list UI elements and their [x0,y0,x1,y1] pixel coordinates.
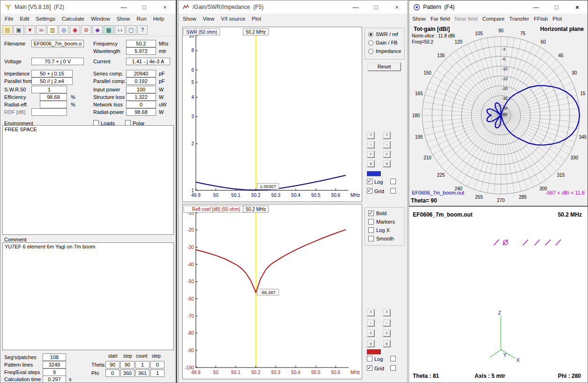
menu-compare[interactable]: Compare [480,16,507,22]
refl-chart-panel[interactable]: -10-20-30-40-50-60-70-80-90-10049.95050.… [182,204,362,379]
menu-near-field[interactable]: Near field [452,16,480,22]
refl-scale-plus-button[interactable]: + [367,330,375,337]
main-close-button[interactable]: × [155,0,175,14]
menu-vi-source[interactable]: V/I source [218,16,249,22]
refl-log-aux-checkbox[interactable] [390,356,396,361]
menu-run[interactable]: Run [134,16,150,22]
swr-scale-down-button[interactable]: v [367,160,375,167]
main-maximize-button[interactable]: □ [134,0,155,14]
main-minimize-button[interactable]: — [113,0,134,14]
menu-plot[interactable]: Plot [248,16,264,22]
main-app-icon[interactable] [4,3,12,11]
smith-chart-icon[interactable]: ◉ [70,25,80,35]
menu-settings[interactable]: Settings [32,16,59,22]
help-icon[interactable]: ? [137,25,148,35]
refl-chart[interactable]: -10-20-30-40-50-60-70-80-90-10049.95050.… [183,204,362,379]
menu-calculate[interactable]: Calculate [59,16,88,22]
environment-text[interactable]: FREE SPACE [2,125,174,235]
refl-scale-minus-button[interactable]: - [383,319,391,327]
menu-view[interactable]: View [200,16,218,22]
gain-app-icon[interactable] [182,3,190,11]
menu-file[interactable]: File [1,16,17,22]
menu-plot-pattern[interactable]: Plot [550,16,564,22]
swr-log-checkbox[interactable] [367,179,372,184]
phi-start-input[interactable]: 0 [105,369,119,377]
refl-scale-down-button[interactable]: v [383,340,391,347]
phi-count-input[interactable]: 361 [135,369,149,377]
swr-chart-panel[interactable]: 10865432149.95050.150.250.350.450.550.6M… [182,27,362,202]
frequency-input[interactable]: 50.2 [126,40,156,47]
theta-start-input[interactable]: 90 [105,361,119,368]
swr-log-label: Log [374,179,383,185]
menu-transfer[interactable]: Transfer [507,16,531,22]
menu-edit[interactable]: Edit [17,16,33,22]
refl-log-checkbox[interactable] [367,356,372,361]
refl-scale-up-button[interactable]: ^ [383,309,391,316]
menu-show-gain[interactable]: Show [179,16,200,22]
swr-scale-up-button[interactable]: ^ [367,132,375,139]
pattern-icon[interactable]: ◎ [59,25,69,35]
stop-icon[interactable]: ⊘ [81,25,91,35]
refl-scale-minus-button[interactable]: - [367,319,375,327]
refl-grid-aux-checkbox[interactable] [390,365,396,371]
comment-text[interactable]: YU7EF 6 element 6m Yagi on 7m boom [2,242,174,350]
gain-close-button[interactable]: × [387,0,407,14]
markers-checkbox[interactable] [368,219,374,225]
refl-color-swatch[interactable] [367,349,381,354]
swr-color-swatch[interactable] [367,171,381,176]
windows-icon[interactable]: ▢ [126,25,136,35]
radio-gain-fb[interactable] [368,40,373,45]
line-chart-icon[interactable]: ▦ [104,25,114,35]
reset-button[interactable]: Reset [367,62,401,71]
phi-stop-input[interactable]: 360 [120,369,134,377]
swr-scale-plus-button[interactable]: + [367,150,375,158]
phi-step-input[interactable]: 1 [150,369,164,377]
swr-grid-checkbox[interactable] [367,188,372,194]
input-power-input[interactable]: 100 [126,86,156,93]
radiat-power-label: Radiat-power [93,109,124,115]
scale-1to1-icon[interactable]: 1:1 [115,25,125,35]
theta-stop-input[interactable]: 90 [120,361,134,368]
refl-grid-checkbox[interactable] [367,365,372,371]
menu-fftab[interactable]: FFtab [531,16,550,22]
menu-far-field[interactable]: Far field [428,16,453,22]
smooth-checkbox[interactable] [368,236,374,241]
logx-checkbox[interactable] [368,227,374,233]
gain-maximize-button[interactable]: □ [366,0,387,14]
refl-scale-down-button[interactable]: v [367,340,375,347]
notes-icon[interactable]: ▤ [2,25,13,35]
swr-scale-minus-button[interactable]: - [383,141,391,149]
swr-grid-aux-checkbox[interactable] [390,188,396,194]
geometry-view[interactable]: ZYX [409,207,588,383]
swr-scale-up-button[interactable]: ^ [383,132,391,139]
pattern-minimize-button[interactable]: — [526,0,546,14]
copy-structure-icon[interactable]: ▣ [14,25,24,35]
swr-chart[interactable]: 10865432149.95050.150.250.350.450.550.6M… [183,27,362,202]
refl-scale-up-button[interactable]: ^ [367,309,375,316]
pattern-lines-value: 3249 [43,361,66,368]
swr-scale-minus-button[interactable]: - [367,141,375,149]
menu-window[interactable]: Window [88,16,113,22]
gain-minimize-button[interactable]: — [345,0,366,14]
menu-help[interactable]: Help [150,16,168,22]
edit-icon[interactable]: ▥ [47,25,58,35]
pattern-close-button[interactable]: × [567,0,588,14]
refl-scale-plus-button[interactable]: + [383,330,391,337]
pattern-app-icon[interactable] [413,3,420,11]
swr-log-aux-checkbox[interactable] [390,179,396,184]
pin-icon[interactable]: ▼ [25,25,35,35]
menu-show-pattern[interactable]: Show [410,16,428,22]
polar-chart[interactable]: 1530456075901051201351501651801952102252… [409,23,588,204]
radio-impedance[interactable] [368,49,373,54]
swr-scale-down-button[interactable]: v [383,160,391,167]
radio-swr-ref[interactable] [368,32,373,37]
3d-view-icon[interactable]: 3D [36,25,46,35]
filename-input[interactable]: EF0606_7m_boom.o [31,40,84,47]
swr-scale-plus-button[interactable]: + [383,150,391,158]
pattern-maximize-button[interactable]: □ [546,0,567,14]
theta-count-input[interactable]: 1 [135,361,149,368]
impedance-icon[interactable]: ◆ [92,25,103,35]
theta-step-input[interactable]: 0 [150,361,164,368]
bold-checkbox[interactable] [368,210,374,216]
menu-show[interactable]: Show [113,16,134,22]
